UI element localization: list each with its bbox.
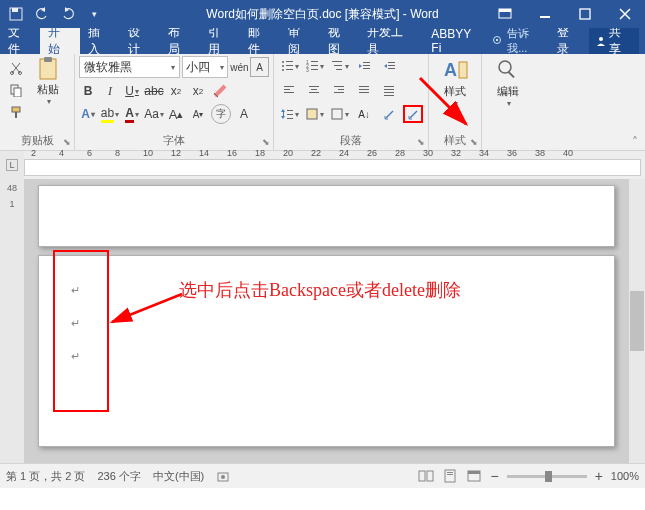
- tab-abbyy[interactable]: ABBYY Fi: [423, 28, 492, 54]
- align-right-icon[interactable]: [328, 80, 350, 100]
- enclose-char-icon[interactable]: 字: [211, 104, 231, 124]
- tab-file[interactable]: 文件: [0, 28, 40, 54]
- collapse-ribbon-icon[interactable]: ˄: [627, 134, 643, 150]
- minimize-icon[interactable]: [525, 0, 565, 28]
- svg-rect-54: [283, 111, 284, 117]
- qat-customize-icon[interactable]: ▾: [82, 3, 106, 25]
- tab-insert[interactable]: 插入: [80, 28, 120, 54]
- ribbon-tabs: 文件 开始 插入 设计 布局 引用 邮件 审阅 视图 开发工具 ABBYY Fi…: [0, 28, 645, 54]
- title-bar: ▾ Word如何删除空白页.doc [兼容模式] - Word: [0, 0, 645, 28]
- svg-rect-7: [496, 39, 498, 41]
- char-border-icon[interactable]: A: [250, 57, 269, 77]
- distribute-icon[interactable]: [378, 80, 400, 100]
- svg-rect-36: [388, 65, 395, 66]
- horizontal-ruler[interactable]: 246810121416182022242628303234363840: [24, 159, 641, 176]
- justify-icon[interactable]: [353, 80, 375, 100]
- svg-rect-4: [540, 16, 550, 18]
- sort-icon[interactable]: A↓: [353, 104, 375, 124]
- save-icon[interactable]: [4, 3, 28, 25]
- asian-layout-icon[interactable]: [378, 104, 400, 124]
- tell-me-input[interactable]: 告诉我...: [492, 26, 549, 56]
- zoom-level[interactable]: 100%: [611, 470, 639, 482]
- svg-rect-50: [384, 86, 394, 87]
- read-mode-icon[interactable]: [418, 469, 434, 483]
- zoom-out-icon[interactable]: −: [490, 468, 498, 484]
- align-left-icon[interactable]: [278, 80, 300, 100]
- svg-rect-3: [499, 9, 511, 12]
- shrink-font-icon[interactable]: A▾: [189, 105, 207, 123]
- svg-point-21: [282, 69, 284, 71]
- bullets-icon[interactable]: ▾: [278, 56, 300, 76]
- cut-icon[interactable]: [4, 58, 28, 78]
- font-name-combo[interactable]: 微软雅黑▾: [79, 56, 180, 78]
- styles-button[interactable]: A 样式 ▾: [437, 56, 473, 108]
- tab-design[interactable]: 设计: [120, 28, 160, 54]
- strikethrough-button[interactable]: abc: [145, 82, 163, 100]
- tab-mailings[interactable]: 邮件: [240, 28, 280, 54]
- font-launcher-icon[interactable]: ⬊: [260, 136, 272, 148]
- tab-layout[interactable]: 布局: [160, 28, 200, 54]
- highlight-color-icon[interactable]: ab▾: [101, 105, 119, 123]
- web-layout-icon[interactable]: [466, 469, 482, 483]
- bold-button[interactable]: B: [79, 82, 97, 100]
- svg-rect-58: [307, 109, 317, 119]
- styles-launcher-icon[interactable]: ⬊: [468, 136, 480, 148]
- maximize-icon[interactable]: [565, 0, 605, 28]
- italic-button[interactable]: I: [101, 82, 119, 100]
- vertical-scrollbar[interactable]: [629, 179, 645, 463]
- svg-rect-56: [287, 114, 293, 115]
- show-hide-marks-button[interactable]: [403, 105, 423, 123]
- undo-icon[interactable]: [30, 3, 54, 25]
- zoom-in-icon[interactable]: +: [595, 468, 603, 484]
- paragraph-launcher-icon[interactable]: ⬊: [415, 136, 427, 148]
- clear-format-icon[interactable]: [211, 82, 229, 100]
- line-spacing-icon[interactable]: ▾: [278, 104, 300, 124]
- redo-icon[interactable]: [56, 3, 80, 25]
- ribbon-display-icon[interactable]: [485, 0, 525, 28]
- phonetic-guide-icon[interactable]: wén: [230, 58, 248, 76]
- change-case-icon[interactable]: A: [235, 105, 253, 123]
- tab-view[interactable]: 视图: [320, 28, 360, 54]
- close-icon[interactable]: [605, 0, 645, 28]
- format-painter-icon[interactable]: [4, 102, 28, 122]
- zoom-slider[interactable]: [507, 475, 587, 478]
- numbering-icon[interactable]: 123▾: [303, 56, 325, 76]
- status-words[interactable]: 236 个字: [97, 469, 140, 484]
- tab-references[interactable]: 引用: [200, 28, 240, 54]
- paragraph-marks: ↵↵↵: [71, 284, 80, 363]
- svg-rect-39: [284, 89, 290, 90]
- login-link[interactable]: 登录: [557, 24, 581, 58]
- vertical-ruler[interactable]: 481: [0, 179, 24, 463]
- increase-indent-icon[interactable]: [378, 56, 400, 76]
- tab-developer[interactable]: 开发工具: [359, 28, 423, 54]
- svg-rect-13: [12, 107, 20, 112]
- superscript-button[interactable]: x2: [189, 82, 207, 100]
- status-page[interactable]: 第 1 页，共 2 页: [6, 469, 85, 484]
- page-1[interactable]: [38, 185, 615, 247]
- grow-font-icon[interactable]: A▴: [167, 105, 185, 123]
- underline-button[interactable]: U▾: [123, 82, 141, 100]
- clipboard-launcher-icon[interactable]: ⬊: [61, 136, 73, 148]
- page-2[interactable]: ↵↵↵ 选中后点击Backspace或者delete删除: [38, 255, 615, 447]
- svg-rect-52: [384, 92, 394, 93]
- multilevel-list-icon[interactable]: ▾: [328, 56, 350, 76]
- group-label-paragraph: 段落: [274, 133, 428, 148]
- svg-rect-48: [359, 89, 369, 90]
- text-effects-icon[interactable]: A▾: [79, 105, 97, 123]
- decrease-indent-icon[interactable]: [353, 56, 375, 76]
- tab-home[interactable]: 开始: [40, 28, 80, 54]
- status-language[interactable]: 中文(中国): [153, 469, 204, 484]
- font-size-combo[interactable]: 小四▾: [182, 56, 229, 78]
- find-button[interactable]: 编辑 ▾: [490, 56, 526, 108]
- svg-rect-29: [332, 61, 342, 62]
- subscript-button[interactable]: x2: [167, 82, 185, 100]
- tab-review[interactable]: 审阅: [280, 28, 320, 54]
- copy-icon[interactable]: [4, 80, 28, 100]
- borders-icon[interactable]: ▾: [328, 104, 350, 124]
- align-center-icon[interactable]: [303, 80, 325, 100]
- char-shading-icon[interactable]: Aa▾: [145, 105, 163, 123]
- print-layout-icon[interactable]: [442, 469, 458, 483]
- font-color-icon[interactable]: A▾: [123, 105, 141, 123]
- macro-record-icon[interactable]: [216, 469, 230, 483]
- shading-icon[interactable]: ▾: [303, 104, 325, 124]
